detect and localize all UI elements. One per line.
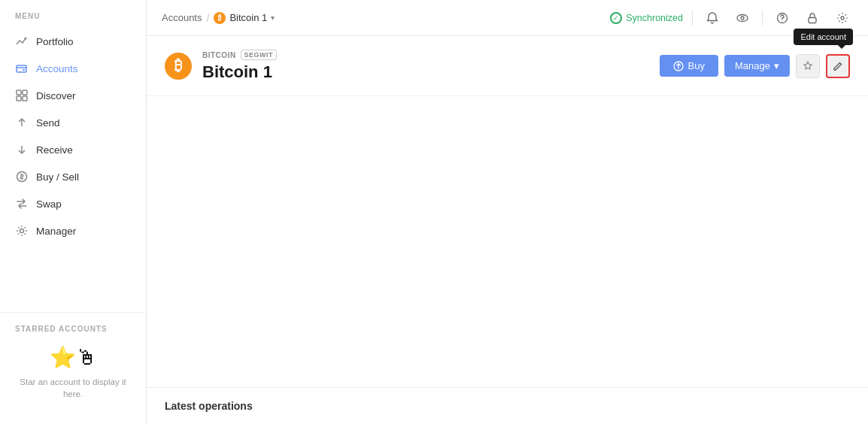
btc-small-icon: ₿ xyxy=(214,12,226,24)
sidebar-receive-label: Receive xyxy=(36,144,73,156)
bell-button[interactable] xyxy=(702,8,723,29)
edit-account-tooltip-wrapper: Edit account xyxy=(826,54,850,78)
btc-large-icon: ₿ xyxy=(165,53,192,80)
receive-icon xyxy=(15,143,29,156)
breadcrumb-account-name: Bitcoin 1 xyxy=(229,12,267,23)
svg-rect-5 xyxy=(17,96,21,101)
breadcrumb-accounts[interactable]: Accounts xyxy=(162,12,202,23)
starred-accounts-section: STARRED ACCOUNTS ⭐🖱 Star an account to d… xyxy=(0,312,146,412)
send-icon xyxy=(15,116,29,129)
help-button[interactable] xyxy=(772,8,793,29)
account-title-area: ₿ BITCOIN SEGWIT Bitcoin 1 xyxy=(165,50,277,82)
topbar-divider-2 xyxy=(762,11,763,26)
sync-check-icon: ✓ xyxy=(610,12,622,24)
star-account-button[interactable] xyxy=(796,54,820,78)
breadcrumb-separator: / xyxy=(206,12,209,24)
eye-button[interactable] xyxy=(732,8,753,29)
topbar-right: ✓ Synchronized xyxy=(610,8,853,29)
sidebar-buysell-label: Buy / Sell xyxy=(36,171,79,183)
svg-rect-15 xyxy=(809,17,816,23)
starred-empty: ⭐🖱 Star an account to display it here. xyxy=(15,345,131,400)
menu-label: MENU xyxy=(0,12,146,28)
sidebar-item-receive[interactable]: Receive xyxy=(0,136,146,163)
svg-rect-2 xyxy=(23,69,25,71)
swap-icon xyxy=(15,197,29,210)
sidebar-discover-label: Discover xyxy=(36,90,76,101)
svg-point-10 xyxy=(20,229,24,233)
account-header: ₿ BITCOIN SEGWIT Bitcoin 1 Buy Manage ▾ xyxy=(147,36,868,96)
breadcrumb: Accounts / ₿ Bitcoin 1 ▾ xyxy=(162,12,275,24)
content-area: Latest operations xyxy=(147,96,868,424)
latest-operations: Latest operations xyxy=(147,387,868,424)
chevron-down-icon: ▾ xyxy=(271,14,275,22)
sidebar-swap-label: Swap xyxy=(36,198,62,210)
svg-point-16 xyxy=(841,17,844,20)
svg-rect-1 xyxy=(17,65,26,72)
account-title-text: BITCOIN SEGWIT Bitcoin 1 xyxy=(202,50,277,82)
lock-button[interactable] xyxy=(802,8,823,29)
breadcrumb-bitcoin[interactable]: ₿ Bitcoin 1 ▾ xyxy=(214,12,275,24)
svg-point-12 xyxy=(741,17,744,20)
manage-chevron-icon: ▾ xyxy=(774,60,779,71)
sidebar-send-label: Send xyxy=(36,117,60,129)
svg-point-0 xyxy=(25,38,27,40)
sync-status: ✓ Synchronized xyxy=(610,12,683,24)
svg-rect-6 xyxy=(23,96,27,101)
sidebar-item-manager[interactable]: Manager xyxy=(0,217,146,244)
sidebar-manager-label: Manager xyxy=(36,226,76,237)
sidebar-item-accounts[interactable]: Accounts xyxy=(0,55,146,82)
sidebar-portfolio-label: Portfolio xyxy=(36,36,74,47)
svg-point-11 xyxy=(737,14,748,21)
account-actions: Buy Manage ▾ Edit account xyxy=(660,54,850,78)
sidebar-item-discover[interactable]: Discover xyxy=(0,82,146,109)
settings-button[interactable] xyxy=(832,8,853,29)
manager-icon xyxy=(15,224,29,238)
content-empty xyxy=(147,96,868,387)
starred-label: STARRED ACCOUNTS xyxy=(15,325,131,333)
svg-rect-4 xyxy=(23,90,27,95)
manage-button[interactable]: Manage ▾ xyxy=(724,55,790,77)
latest-operations-title: Latest operations xyxy=(165,400,253,412)
chart-icon xyxy=(15,35,29,48)
wallet-icon xyxy=(15,62,29,75)
topbar-divider xyxy=(692,11,693,26)
star-cursor-icon: ⭐🖱 xyxy=(50,345,97,370)
sidebar-item-swap[interactable]: Swap xyxy=(0,190,146,217)
main-content: Accounts / ₿ Bitcoin 1 ▾ ✓ Synchronized xyxy=(147,0,868,424)
sidebar: MENU Portfolio Accounts xyxy=(0,0,147,424)
buy-button[interactable]: Buy xyxy=(660,55,718,77)
account-name: Bitcoin 1 xyxy=(202,62,277,82)
sidebar-item-portfolio[interactable]: Portfolio xyxy=(0,28,146,55)
sidebar-accounts-label: Accounts xyxy=(36,63,78,74)
topbar: Accounts / ₿ Bitcoin 1 ▾ ✓ Synchronized xyxy=(147,0,868,36)
starred-empty-text: Star an account to display it here. xyxy=(15,376,131,400)
sidebar-item-send[interactable]: Send xyxy=(0,109,146,136)
sidebar-item-buy-sell[interactable]: Buy / Sell xyxy=(0,163,146,190)
svg-rect-3 xyxy=(17,90,21,95)
svg-point-14 xyxy=(782,20,782,20)
grid-icon xyxy=(15,89,29,102)
segwit-badge: SEGWIT xyxy=(241,50,278,60)
sync-label: Synchronized xyxy=(626,13,683,23)
account-subtitle: BITCOIN SEGWIT xyxy=(202,50,277,60)
edit-account-button[interactable] xyxy=(826,54,850,78)
coin-label: BITCOIN xyxy=(202,51,236,59)
dollar-icon xyxy=(15,170,29,183)
